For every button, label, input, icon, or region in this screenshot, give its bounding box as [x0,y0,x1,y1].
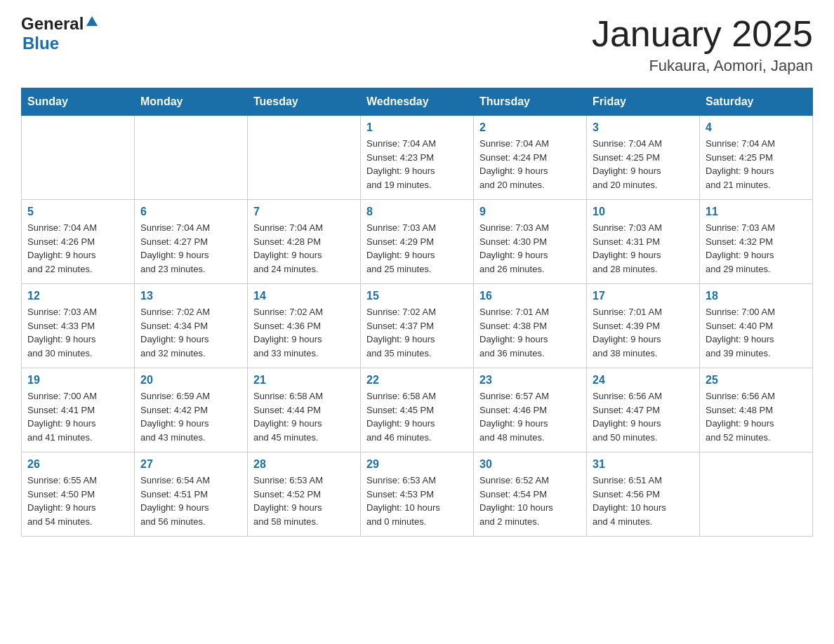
week-row-1: 1Sunrise: 7:04 AM Sunset: 4:23 PM Daylig… [22,116,813,200]
svg-marker-0 [86,16,98,26]
calendar-cell: 31Sunrise: 6:51 AM Sunset: 4:56 PM Dayli… [587,452,700,537]
calendar-cell: 21Sunrise: 6:58 AM Sunset: 4:44 PM Dayli… [248,368,361,452]
day-info: Sunrise: 6:58 AM Sunset: 4:44 PM Dayligh… [253,389,355,444]
calendar-cell: 7Sunrise: 7:04 AM Sunset: 4:28 PM Daylig… [248,200,361,284]
location-title: Fukaura, Aomori, Japan [592,57,813,75]
day-info: Sunrise: 6:57 AM Sunset: 4:46 PM Dayligh… [479,389,581,444]
day-number: 15 [366,290,468,302]
day-number: 22 [366,374,468,387]
calendar-cell: 2Sunrise: 7:04 AM Sunset: 4:24 PM Daylig… [474,116,587,200]
calendar-cell: 22Sunrise: 6:58 AM Sunset: 4:45 PM Dayli… [361,368,474,452]
day-info: Sunrise: 6:56 AM Sunset: 4:48 PM Dayligh… [706,389,807,444]
month-title: January 2025 [592,14,813,54]
day-info: Sunrise: 7:03 AM Sunset: 4:30 PM Dayligh… [479,221,581,276]
day-number: 28 [253,458,355,471]
day-number: 2 [479,121,581,134]
calendar-cell: 14Sunrise: 7:02 AM Sunset: 4:36 PM Dayli… [248,284,361,368]
day-info: Sunrise: 7:04 AM Sunset: 4:27 PM Dayligh… [140,221,241,276]
day-number: 6 [140,206,241,218]
day-info: Sunrise: 7:04 AM Sunset: 4:25 PM Dayligh… [706,137,807,192]
day-number: 1 [366,121,468,134]
day-number: 11 [706,206,807,218]
day-info: Sunrise: 7:02 AM Sunset: 4:34 PM Dayligh… [140,305,241,360]
day-number: 21 [253,374,355,387]
calendar-cell: 15Sunrise: 7:02 AM Sunset: 4:37 PM Dayli… [361,284,474,368]
week-row-5: 26Sunrise: 6:55 AM Sunset: 4:50 PM Dayli… [22,452,813,537]
day-info: Sunrise: 6:58 AM Sunset: 4:45 PM Dayligh… [366,389,468,444]
day-number: 9 [479,206,581,218]
calendar-cell: 26Sunrise: 6:55 AM Sunset: 4:50 PM Dayli… [22,452,135,537]
calendar-cell: 20Sunrise: 6:59 AM Sunset: 4:42 PM Dayli… [135,368,248,452]
calendar-cell: 25Sunrise: 6:56 AM Sunset: 4:48 PM Dayli… [700,368,813,452]
day-info: Sunrise: 7:04 AM Sunset: 4:25 PM Dayligh… [593,137,694,192]
day-number: 16 [479,290,581,302]
day-info: Sunrise: 7:01 AM Sunset: 4:39 PM Dayligh… [593,305,694,360]
day-number: 7 [253,206,355,218]
day-info: Sunrise: 6:51 AM Sunset: 4:56 PM Dayligh… [593,474,694,528]
logo: General Blue [21,14,98,53]
calendar-cell: 3Sunrise: 7:04 AM Sunset: 4:25 PM Daylig… [587,116,700,200]
day-number: 5 [27,206,128,218]
day-number: 12 [27,290,128,302]
calendar-cell: 6Sunrise: 7:04 AM Sunset: 4:27 PM Daylig… [135,200,248,284]
day-headers-row: SundayMondayTuesdayWednesdayThursdayFrid… [22,88,813,116]
logo-blue-text: Blue [22,34,59,53]
calendar-cell: 23Sunrise: 6:57 AM Sunset: 4:46 PM Dayli… [474,368,587,452]
day-number: 3 [593,121,694,134]
day-number: 26 [27,458,128,471]
calendar-cell: 4Sunrise: 7:04 AM Sunset: 4:25 PM Daylig… [700,116,813,200]
day-number: 29 [366,458,468,471]
day-info: Sunrise: 7:02 AM Sunset: 4:37 PM Dayligh… [366,305,468,360]
day-info: Sunrise: 7:00 AM Sunset: 4:41 PM Dayligh… [27,389,128,444]
day-number: 10 [593,206,694,218]
day-info: Sunrise: 7:04 AM Sunset: 4:26 PM Dayligh… [27,221,128,276]
day-info: Sunrise: 7:03 AM Sunset: 4:31 PM Dayligh… [593,221,694,276]
day-number: 20 [140,374,241,387]
calendar-cell: 5Sunrise: 7:04 AM Sunset: 4:26 PM Daylig… [22,200,135,284]
day-info: Sunrise: 7:03 AM Sunset: 4:29 PM Dayligh… [366,221,468,276]
day-number: 19 [27,374,128,387]
day-number: 8 [366,206,468,218]
header-monday: Monday [135,88,248,116]
logo-triangle-icon [86,15,98,30]
calendar-cell: 16Sunrise: 7:01 AM Sunset: 4:38 PM Dayli… [474,284,587,368]
day-info: Sunrise: 7:02 AM Sunset: 4:36 PM Dayligh… [253,305,355,360]
day-number: 25 [706,374,807,387]
day-info: Sunrise: 7:03 AM Sunset: 4:32 PM Dayligh… [706,221,807,276]
calendar-cell: 13Sunrise: 7:02 AM Sunset: 4:34 PM Dayli… [135,284,248,368]
day-info: Sunrise: 7:01 AM Sunset: 4:38 PM Dayligh… [479,305,581,360]
header-friday: Friday [587,88,700,116]
calendar-cell: 8Sunrise: 7:03 AM Sunset: 4:29 PM Daylig… [361,200,474,284]
calendar-cell: 29Sunrise: 6:53 AM Sunset: 4:53 PM Dayli… [361,452,474,537]
day-info: Sunrise: 7:03 AM Sunset: 4:33 PM Dayligh… [27,305,128,360]
header-wednesday: Wednesday [361,88,474,116]
day-info: Sunrise: 6:55 AM Sunset: 4:50 PM Dayligh… [27,474,128,528]
header-thursday: Thursday [474,88,587,116]
calendar-cell: 9Sunrise: 7:03 AM Sunset: 4:30 PM Daylig… [474,200,587,284]
day-info: Sunrise: 6:53 AM Sunset: 4:53 PM Dayligh… [366,474,468,528]
day-info: Sunrise: 7:00 AM Sunset: 4:40 PM Dayligh… [706,305,807,360]
calendar-table: SundayMondayTuesdayWednesdayThursdayFrid… [21,88,813,537]
day-number: 14 [253,290,355,302]
week-row-4: 19Sunrise: 7:00 AM Sunset: 4:41 PM Dayli… [22,368,813,452]
header-tuesday: Tuesday [248,88,361,116]
logo-general-text: General [21,14,84,34]
day-info: Sunrise: 7:04 AM Sunset: 4:28 PM Dayligh… [253,221,355,276]
calendar-cell: 11Sunrise: 7:03 AM Sunset: 4:32 PM Dayli… [700,200,813,284]
day-info: Sunrise: 6:54 AM Sunset: 4:51 PM Dayligh… [140,474,241,528]
week-row-3: 12Sunrise: 7:03 AM Sunset: 4:33 PM Dayli… [22,284,813,368]
calendar-cell: 10Sunrise: 7:03 AM Sunset: 4:31 PM Dayli… [587,200,700,284]
day-info: Sunrise: 7:04 AM Sunset: 4:23 PM Dayligh… [366,137,468,192]
calendar-cell: 24Sunrise: 6:56 AM Sunset: 4:47 PM Dayli… [587,368,700,452]
calendar-cell: 18Sunrise: 7:00 AM Sunset: 4:40 PM Dayli… [700,284,813,368]
day-info: Sunrise: 6:56 AM Sunset: 4:47 PM Dayligh… [593,389,694,444]
day-number: 13 [140,290,241,302]
header-saturday: Saturday [700,88,813,116]
calendar-cell [700,452,813,537]
title-section: January 2025 Fukaura, Aomori, Japan [592,14,813,75]
day-number: 4 [706,121,807,134]
calendar-cell [22,116,135,200]
calendar-cell: 19Sunrise: 7:00 AM Sunset: 4:41 PM Dayli… [22,368,135,452]
header-sunday: Sunday [22,88,135,116]
day-info: Sunrise: 6:53 AM Sunset: 4:52 PM Dayligh… [253,474,355,528]
